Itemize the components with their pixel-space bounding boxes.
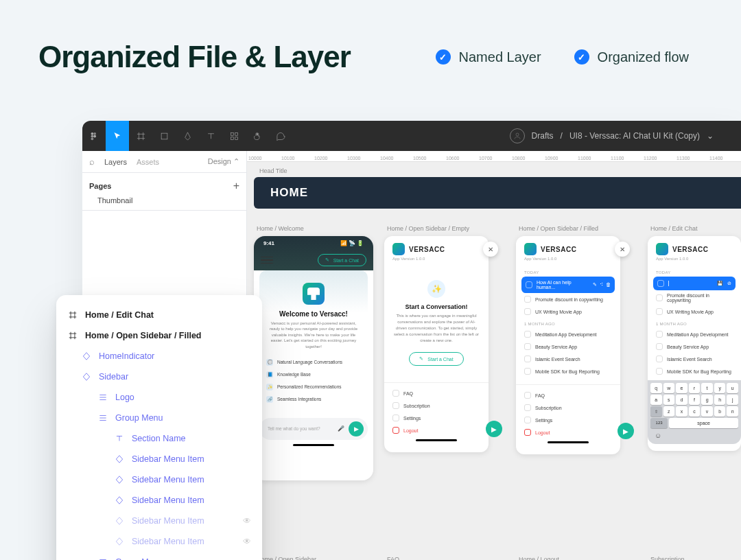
layer-group[interactable]: Logo [62,387,257,408]
sidebar-empty[interactable]: ✕ VERSACC App Version 1.0.0 ✨ Start a Co… [384,236,489,452]
home-title-frame[interactable]: HOME [254,177,741,209]
start-chat-button[interactable]: ✎ Start a Chat [318,254,366,266]
welcome-desc: Versacc is your personal AI-powered assi… [266,320,361,349]
sidebar-item-editing[interactable]: 💾⊘ [653,277,736,290]
search-icon[interactable]: ⌕ [89,156,95,167]
figma-logo-icon[interactable] [82,121,106,151]
chat-input[interactable]: Tell me what do you want? 🎤 ▶ [259,418,368,440]
sidebar-item-active[interactable]: How AI can help human...✎⠪🗑 [521,277,615,293]
pen-tool-icon[interactable] [176,121,199,151]
visibility-icon[interactable]: 👁 [243,516,251,526]
sidebar-item[interactable]: UX Writing Movie App [516,305,620,318]
sidebar-subscription[interactable]: Subscription [516,401,620,414]
sidebar-logout[interactable]: Logout [384,424,489,436]
layer-group[interactable]: Group Menu [62,552,257,560]
sidebar-item[interactable]: Islamic Event Search [516,353,620,365]
frame-label: Home / Logout [519,556,559,560]
share-icon: ⠪ [600,282,603,288]
send-button[interactable]: ▶ [349,421,364,436]
edit-icon: ✎ [593,282,597,288]
phone-welcome[interactable]: 9:41 📶 📡 🔋 ✎ Start a Chat Welcome to Ver… [254,236,373,480]
svg-rect-3 [93,135,96,137]
svg-rect-7 [235,132,237,135]
sidebar-faq[interactable]: FAQ [384,387,489,399]
tab-layers[interactable]: Layers [104,158,127,166]
emoji-icon[interactable]: ☺ [655,432,661,439]
section-month: 1 MONTH AGO [648,318,741,328]
svg-rect-4 [91,137,93,140]
sidebar-subscription[interactable]: Subscription [384,399,489,412]
sidebar-edit[interactable]: VERSACC App Version 1.0.0 TODAY 💾⊘ Promo… [648,236,741,451]
sidebar-item[interactable]: Promote discount in copywriting [516,293,620,305]
section-month: 1 MONTH AGO [516,318,620,328]
svg-rect-0 [91,132,93,135]
figma-canvas[interactable]: 1000010100102001030010400105001060010700… [247,151,741,560]
sidebar-settings[interactable]: Settings [384,412,489,424]
tab-design[interactable]: Design ⌃ [208,157,239,166]
diamond-icon [114,515,125,526]
hand-tool-icon[interactable] [246,121,269,151]
start-chat-button[interactable]: ✎ Start a Chat [409,352,463,366]
page-row[interactable]: Thumbnail [89,192,239,206]
sidebar-item[interactable]: UX Writing Movie App [648,305,741,318]
tab-assets[interactable]: Assets [137,158,159,166]
layer-component-hidden[interactable]: Sidebar Menu Item 👁 [62,511,257,531]
brand-logo-icon [392,243,405,255]
mic-icon[interactable]: 🎤 [338,425,344,432]
hamburger-icon[interactable] [261,254,273,266]
sidebar-item[interactable]: Meditation App Development [516,328,620,340]
svg-rect-2 [91,135,93,137]
sidebar-logout[interactable]: Logout [516,426,620,439]
app-version: App Version 1.0.0 [384,257,489,266]
layer-component[interactable]: Sidebar Menu Item [62,490,257,511]
sidebar-faq[interactable]: FAQ [516,389,620,401]
home-indicator [416,439,457,441]
frame-label: FAQ [387,556,399,560]
move-tool-icon[interactable] [106,121,129,151]
sidebar-filled[interactable]: ✕ VERSACC App Version 1.0.0 TODAY How AI… [516,236,620,454]
layer-component[interactable]: Sidebar Menu Item [62,449,257,469]
frame-tool-icon[interactable] [129,121,152,151]
resources-icon[interactable] [222,121,246,151]
close-icon[interactable]: ✕ [483,242,498,257]
sidebar-item[interactable]: Promote discount in copywriting [648,290,741,305]
pages-heading: Pages [89,182,111,190]
layer-frame[interactable]: Home / Edit Chat [62,305,257,325]
sidebar-item[interactable]: Mobile SDK for Bug Reporting [516,365,620,377]
sidebar-item[interactable]: Meditation App Development [648,328,741,340]
user-avatar-icon [510,128,525,143]
badge-named-layer: ✓ Named Layer [436,49,541,65]
text-tool-icon[interactable] [199,121,222,151]
sidebar-item[interactable]: Beauty Service App [516,340,620,353]
layer-component[interactable]: Sidebar Menu Item [62,469,257,490]
ruler: 1000010100102001030010400105001060010700… [247,151,741,162]
layer-text[interactable]: Section Name [62,428,257,449]
frame-label: Subscription [650,556,685,560]
add-page-button[interactable]: + [233,180,239,192]
comment-tool-icon[interactable] [269,121,292,151]
text-icon [114,433,125,444]
close-icon[interactable]: ✕ [615,242,630,257]
diamond-icon [81,351,92,362]
layer-component-hidden[interactable]: Sidebar Menu Item 👁 [62,531,257,552]
sidebar-item[interactable]: Beauty Service App [648,340,741,353]
book-icon: 📘 [266,371,273,378]
keyboard[interactable]: qwertyu asdfghj ⇧zxcvbn 123space ☺ [648,380,741,444]
shape-tool-icon[interactable] [152,121,176,151]
diamond-icon [114,454,125,465]
layer-group[interactable]: Group Menu [62,408,257,428]
layer-component[interactable]: HomeIndicator [62,346,257,366]
wand-icon: ✨ [427,280,445,298]
figma-breadcrumb[interactable]: Drafts/ UI8 - Verssac: AI Chat UI Kit (C… [510,128,714,143]
layer-frame[interactable]: Home / Open Sidebar / Filled [62,325,257,346]
sidebar-settings[interactable]: Settings [516,414,620,426]
status-icons: 📶 📡 🔋 [340,240,364,246]
head-title-label: Head Title [259,167,287,174]
sidebar-item[interactable]: Mobile SDK for Bug Reporting [648,365,741,377]
svg-rect-1 [93,132,96,135]
chevron-down-icon[interactable]: ⌄ [707,131,714,141]
sidebar-item[interactable]: Islamic Event Search [648,353,741,365]
visibility-icon[interactable]: 👁 [243,537,251,546]
layer-component[interactable]: Sidebar [62,366,257,387]
brand-logo-icon [524,243,537,255]
